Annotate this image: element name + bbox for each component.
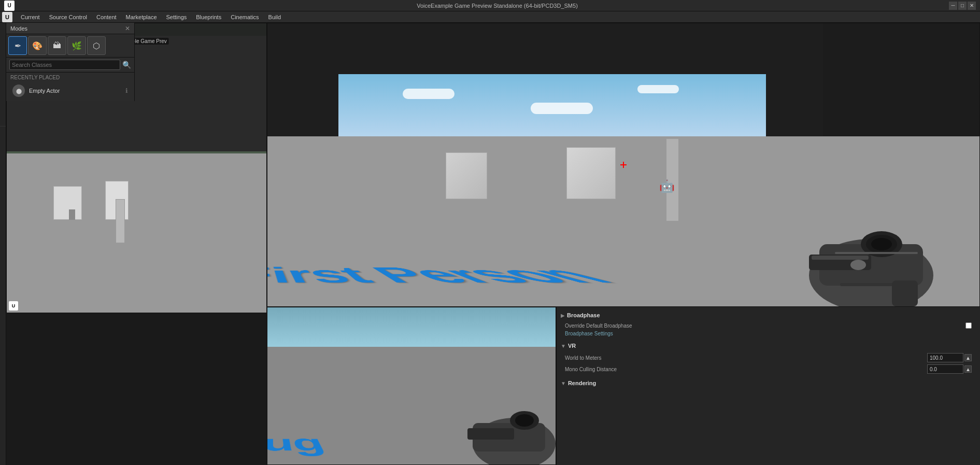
menu-build[interactable]: Build [264,13,285,21]
game-viewport[interactable]: 🤖 First Person [267,23,980,307]
svg-point-15 [515,414,534,427]
editor-floor [7,153,266,313]
recently-placed-section: Recently Placed ⬤ Empty Actor ℹ [6,73,134,101]
editor-pillar-1 [116,199,125,243]
foliage-mode-icon[interactable]: 🌿 [67,36,86,55]
bottom-weapon [452,382,556,464]
floor-text: First Person [267,263,643,289]
broadphase-title: Broadphase [567,312,600,318]
rendering-header[interactable]: ▼ Rendering [561,379,976,387]
override-broadphase-checkbox[interactable] [965,322,972,329]
maximize-button[interactable]: □ [958,2,967,10]
menu-marketplace[interactable]: Marketplace [122,13,161,21]
override-broadphase-label: Override Default Broadphase [565,323,961,329]
rendering-arrow: ▼ [561,381,566,386]
ue-logo-menu: U [2,12,12,22]
world-to-meters-field[interactable] [927,353,963,362]
bottom-sky [267,307,556,347]
game-sky-window [338,74,765,145]
vr-header[interactable]: ▼ VR [561,342,976,350]
svg-rect-8 [892,280,918,306]
bottom-weapon-svg [452,382,556,464]
broadphase-arrow: ▶ [561,313,565,318]
empty-actor-icon: ⬤ [12,84,25,97]
right-panel: ▶ Broadphase Override Default Broadphase… [556,307,980,465]
game-cloud-3 [637,85,679,93]
empty-actor-item[interactable]: ⬤ Empty Actor ℹ [10,82,130,99]
modes-panel-header: Modes ✕ [6,23,134,34]
search-icon[interactable]: 🔍 [122,61,131,69]
svg-rect-6 [835,252,918,254]
world-to-meters-spin-up[interactable]: ▲ [964,354,972,361]
window-title: VoiceExample Game Preview Standalone (64… [46,3,949,9]
game-cloud-1 [403,89,455,99]
mode-icons-row: ✒ 🎨 🏔 🌿 ⬡ [6,34,134,58]
search-classes-input[interactable] [9,60,120,70]
paint-mode-icon[interactable]: 🎨 [28,36,47,55]
menu-source-control[interactable]: Source Control [45,13,91,21]
modes-close-button[interactable]: ✕ [125,25,130,32]
menu-current[interactable]: Current [17,13,44,21]
broadphase-header[interactable]: ▶ Broadphase [561,311,976,319]
world-to-meters-label: World to Meters [565,355,923,361]
vr-arrow: ▼ [561,343,566,349]
mono-culling-field[interactable] [927,364,963,374]
menu-cinematics[interactable]: Cinematics [226,13,263,21]
mono-culling-input[interactable]: ▲ [927,364,972,374]
menu-blueprints[interactable]: Blueprints [192,13,225,21]
svg-rect-13 [467,428,514,440]
crosshair [620,162,627,168]
mono-culling-label: Mono Culling Distance [565,367,923,372]
vr-title: VR [568,343,576,349]
rendering-section: ▼ Rendering [561,379,976,387]
override-broadphase-row: Override Default Broadphase [561,321,976,330]
menu-content[interactable]: Content [92,13,121,21]
world-to-meters-row: World to Meters ▲ [561,352,976,363]
broadphase-section: ▶ Broadphase Override Default Broadphase… [561,311,976,337]
game-scene: 🤖 First Person [267,23,979,306]
place-mode-icon[interactable]: ✒ [8,36,27,55]
left-side-panel [0,23,6,465]
game-cloud-2 [531,103,593,114]
mesh-mode-icon[interactable]: ⬡ [87,36,106,55]
bottom-viewport[interactable]: ug [267,307,556,465]
close-button[interactable]: ✕ [968,2,976,10]
ue-logo-title: U [4,1,15,11]
svg-point-10 [850,260,866,270]
window-controls: ─ □ ✕ [949,2,976,10]
svg-point-5 [871,238,892,250]
world-to-meters-input[interactable]: ▲ [927,353,972,362]
vr-section: ▼ VR World to Meters ▲ Mono Culling Dist… [561,342,976,375]
ue-watermark: U [9,301,18,311]
override-broadphase-input[interactable] [965,322,972,329]
editor-box-1 [53,186,82,220]
menu-bar: U Current Source Control Content Marketp… [0,11,980,23]
weapon-container [768,192,944,306]
weapon-svg [768,192,944,306]
broadphase-settings-row: Broadphase Settings [561,330,976,337]
mono-culling-row: Mono Culling Distance ▲ [561,363,976,375]
menu-settings[interactable]: Settings [162,13,191,21]
modes-title: Modes [10,25,27,32]
rendering-title: Rendering [568,380,596,386]
minimize-button[interactable]: ─ [949,2,957,10]
info-icon[interactable]: ℹ [125,87,128,94]
editor-stand-1 [69,209,75,220]
landscape-mode-icon[interactable]: 🏔 [48,36,66,55]
modes-panel: Modes ✕ ✒ 🎨 🏔 🌿 ⬡ 🔍 Recently Placed ⬤ Em… [6,23,135,101]
empty-actor-name: Empty Actor [29,88,60,94]
bottom-scene: ug [267,307,556,464]
title-bar: U VoiceExample Game Preview Standalone (… [0,0,980,11]
broadphase-settings-label[interactable]: Broadphase Settings [565,331,972,336]
search-bar: 🔍 [6,58,134,73]
recently-placed-label: Recently Placed [10,75,130,80]
mono-culling-spin-up[interactable]: ▲ [964,365,972,373]
svg-rect-9 [812,256,869,260]
side-tab-placement[interactable] [0,23,6,126]
